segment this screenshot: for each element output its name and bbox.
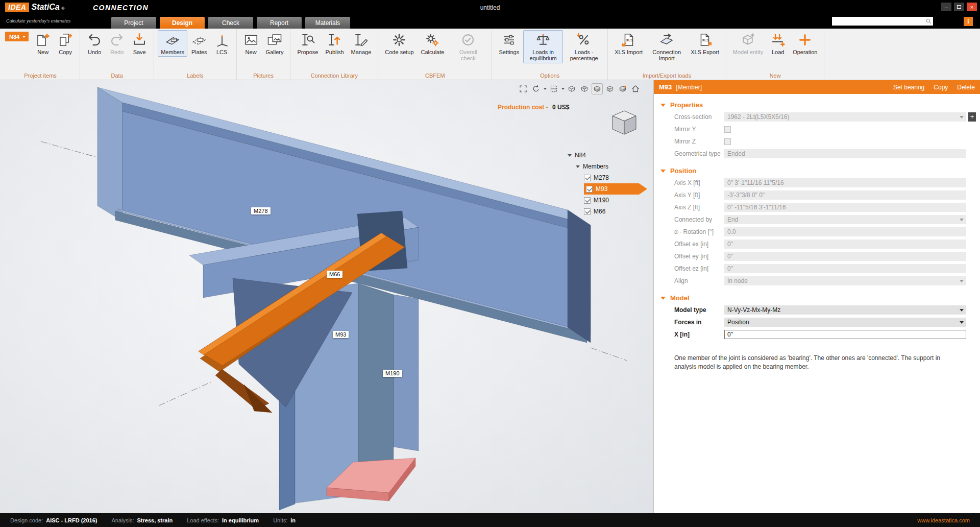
section-properties[interactable]: Properties bbox=[654, 101, 980, 109]
gear-icon bbox=[391, 32, 407, 47]
row-cross-section: Cross-section 1962 - 2Lt(L5X5X5/16) + bbox=[654, 111, 980, 123]
new-load-button[interactable]: Load bbox=[767, 30, 789, 57]
maximize-button[interactable] bbox=[954, 3, 964, 11]
manage-button[interactable]: Manage bbox=[348, 30, 375, 57]
website-link[interactable]: www.ideastatica.com bbox=[917, 517, 970, 523]
calculate-gears-icon bbox=[425, 32, 440, 47]
3d-scene[interactable] bbox=[0, 80, 653, 513]
ribbon: N84 New Copy Project items U bbox=[0, 29, 980, 80]
loads-in-equilibrium-toggle[interactable]: Loads in equilibrium bbox=[523, 30, 563, 63]
section-model[interactable]: Model bbox=[654, 294, 980, 302]
view-shaded-top-icon bbox=[580, 84, 589, 93]
forces-in-dropdown[interactable]: Position bbox=[724, 318, 966, 327]
m66-visibility-checkbox[interactable] bbox=[584, 208, 591, 215]
tree-item-label: M278 bbox=[594, 174, 609, 181]
member-label-m93[interactable]: M93 bbox=[333, 331, 349, 338]
member-label-m278[interactable]: M278 bbox=[251, 207, 271, 214]
xls-export-button[interactable]: XLS Export bbox=[688, 30, 722, 57]
section-dropdown-caret[interactable] bbox=[561, 88, 565, 90]
copy-member-button[interactable]: Copy bbox=[934, 84, 948, 91]
tree-item-m93[interactable]: M93 bbox=[584, 183, 647, 195]
chevron-down-icon bbox=[22, 36, 26, 38]
3d-viewport[interactable]: M278 M66 M93 M190 Production cost - 0 US… bbox=[0, 80, 653, 513]
cross-section-field: 1962 - 2Lt(L5X5X5/16) bbox=[724, 112, 966, 122]
offset-ey-field: 0" bbox=[724, 252, 966, 261]
x-in-input[interactable] bbox=[724, 330, 966, 339]
group-label-pictures: Pictures bbox=[237, 73, 290, 79]
save-button[interactable]: Save bbox=[129, 30, 150, 57]
propose-button[interactable]: Propose bbox=[294, 30, 321, 57]
add-cross-section-button[interactable]: + bbox=[968, 112, 976, 122]
m93-visibility-checkbox[interactable] bbox=[586, 186, 593, 193]
xls-import-button[interactable]: XLS Import bbox=[611, 30, 646, 57]
member-label-m190[interactable]: M190 bbox=[383, 370, 402, 377]
connection-import-button[interactable]: Connection Import bbox=[647, 30, 687, 63]
tree-item-m66[interactable]: M66 bbox=[584, 206, 650, 217]
view-wireframe-button[interactable] bbox=[566, 83, 577, 94]
new-picture-button[interactable]: New bbox=[240, 30, 262, 57]
row-geometrical-type: Geometrical type Ended bbox=[654, 148, 980, 160]
member-label-m66[interactable]: M66 bbox=[327, 271, 342, 278]
lcs-axes-icon bbox=[214, 32, 230, 47]
tree-item-m190[interactable]: M190 bbox=[584, 195, 650, 206]
offset-ez-field: 0" bbox=[724, 264, 966, 273]
set-bearing-button[interactable]: Set bearing bbox=[893, 84, 924, 91]
delete-member-button[interactable]: Delete bbox=[957, 84, 975, 91]
ribbon-group-connection-library: Propose Publish Manage Connection Librar… bbox=[290, 29, 378, 80]
undo-button[interactable]: Undo bbox=[84, 30, 105, 57]
fit-view-button[interactable] bbox=[518, 83, 529, 94]
tree-item-m278[interactable]: M278 bbox=[584, 172, 650, 183]
view-shaded-top-button[interactable] bbox=[579, 83, 590, 94]
info-button[interactable]: i bbox=[964, 17, 973, 26]
navigation-cube[interactable] bbox=[606, 103, 642, 138]
copy-project-item-button[interactable]: Copy bbox=[55, 30, 76, 57]
loads-percentage-toggle[interactable]: Loads - percentage bbox=[564, 30, 604, 63]
offset-ex-field: 0" bbox=[724, 239, 966, 249]
section-position[interactable]: Position bbox=[654, 167, 980, 175]
tree-node-members[interactable]: Members bbox=[560, 161, 650, 172]
tab-check[interactable]: Check bbox=[208, 17, 253, 29]
plates-labels-toggle[interactable]: Plates bbox=[188, 30, 210, 57]
section-title: Properties bbox=[670, 101, 703, 109]
ribbon-group-labels: Members Plates LCS Labels bbox=[154, 29, 236, 80]
tree-node-root[interactable]: N84 bbox=[560, 150, 650, 161]
close-button[interactable]: × bbox=[967, 3, 977, 11]
gallery-button[interactable]: Gallery bbox=[263, 30, 287, 57]
status-bar: Design code: AISC - LRFD (2016) Analysis… bbox=[0, 513, 980, 527]
tab-project[interactable]: Project bbox=[111, 17, 156, 29]
tab-report[interactable]: Report bbox=[257, 17, 302, 29]
chevron-down-icon bbox=[960, 219, 964, 221]
minimize-button[interactable]: – bbox=[941, 3, 951, 11]
publish-button[interactable]: Publish bbox=[322, 30, 347, 57]
members-labels-toggle[interactable]: Members bbox=[158, 30, 187, 57]
project-item-selector[interactable]: N84 bbox=[5, 32, 29, 41]
new-operation-button[interactable]: Operation bbox=[790, 30, 820, 57]
view-marked-button[interactable] bbox=[617, 83, 628, 94]
gallery-icon bbox=[267, 32, 282, 47]
status-design-code: Design code: AISC - LRFD (2016) bbox=[10, 517, 97, 523]
row-mirror-y: Mirror Y bbox=[654, 123, 980, 135]
mirror-y-checkbox bbox=[724, 126, 731, 133]
tab-design[interactable]: Design bbox=[160, 17, 205, 29]
save-icon bbox=[132, 32, 147, 47]
orbit-dropdown-caret[interactable] bbox=[544, 88, 547, 90]
chevron-down-icon[interactable] bbox=[568, 154, 572, 157]
new-project-item-button[interactable]: New bbox=[32, 30, 54, 57]
settings-button[interactable]: Settings bbox=[496, 30, 522, 57]
view-front-face-button[interactable] bbox=[604, 83, 616, 94]
search-input[interactable] bbox=[832, 17, 925, 26]
calculate-button[interactable]: Calculate bbox=[418, 30, 448, 57]
collapse-triangle-icon bbox=[660, 170, 666, 173]
code-setup-button[interactable]: Code setup bbox=[382, 30, 416, 57]
orbit-button[interactable] bbox=[530, 83, 542, 94]
section-view-button[interactable] bbox=[548, 83, 559, 94]
view-solid-button[interactable] bbox=[592, 83, 603, 94]
m190-visibility-checkbox[interactable] bbox=[584, 197, 591, 204]
lcs-toggle[interactable]: LCS bbox=[211, 30, 233, 57]
home-view-button[interactable] bbox=[630, 83, 641, 94]
chevron-down-icon[interactable] bbox=[576, 165, 580, 168]
tab-materials[interactable]: Materials bbox=[305, 17, 350, 29]
ribbon-group-data: Undo Redo Save Data bbox=[80, 29, 154, 80]
m278-visibility-checkbox[interactable] bbox=[584, 175, 591, 181]
model-type-dropdown[interactable]: N-Vy-Vz-Mx-My-Mz bbox=[724, 305, 966, 315]
